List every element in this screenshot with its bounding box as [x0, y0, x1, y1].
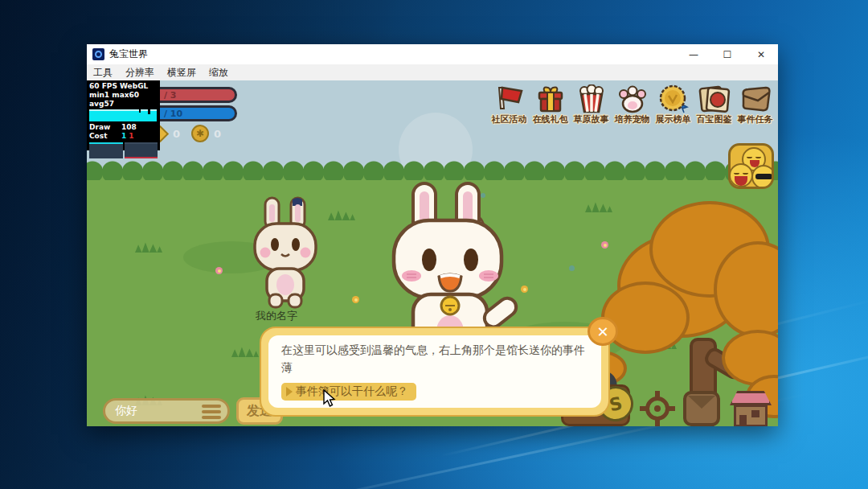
menu-zoom[interactable]: 缩放	[203, 64, 235, 80]
game-viewport: / 3 / 10 0 ✱ 0 60 FPS WebGL min1 max60 a…	[87, 80, 778, 426]
npc-rabbit[interactable]	[246, 195, 326, 314]
close-button[interactable]: ✕	[744, 44, 778, 64]
npc-name-label: 我的名字	[256, 309, 297, 323]
menu-tools[interactable]: 工具	[87, 64, 119, 80]
chat-bar: 你好 发送	[103, 397, 283, 425]
flower	[601, 241, 608, 249]
fps-debug-overlay: 60 FPS WebGL min1 max60 avg57 Draw 108 C…	[87, 80, 160, 150]
minimize-button[interactable]: —	[677, 44, 710, 64]
big-laugh-emoji-icon	[729, 163, 753, 187]
mail-button[interactable]	[683, 391, 720, 426]
house-icon	[730, 391, 772, 405]
maximize-button[interactable]: ☐	[710, 44, 744, 64]
speck	[569, 265, 575, 271]
chat-input[interactable]: 你好	[103, 398, 230, 424]
button-raise-pets[interactable]: 培养宠物	[612, 83, 653, 125]
debug-panel	[89, 142, 123, 158]
mouse-cursor	[321, 389, 338, 412]
cost-value-b: 1	[129, 132, 133, 141]
gift-icon	[534, 83, 567, 113]
fps-graph	[89, 109, 157, 121]
button-prairie-story[interactable]: 草原故事	[571, 83, 612, 125]
menu-resolution[interactable]: 分辨率	[119, 64, 161, 80]
draw-label: Draw	[89, 123, 121, 132]
energy-bar: / 3	[152, 87, 237, 103]
app-icon	[92, 48, 104, 60]
emoji-panel-button[interactable]	[728, 143, 774, 189]
dialog-panel: 在这里可以感受到温馨的气息，右上角那个是馆长送你的事件薄 事件簿可以干什么呢？	[268, 335, 601, 408]
option-arrow-icon	[286, 387, 293, 397]
draw-value: 108	[121, 123, 137, 132]
button-community-events[interactable]: 社区活动	[489, 83, 530, 125]
chat-menu-icon[interactable]	[202, 405, 221, 421]
button-collection[interactable]: 百宝图鉴	[694, 83, 735, 125]
dialog-close-button[interactable]: ✕	[588, 317, 618, 346]
feature-icon-row: 社区活动 在线礼包	[489, 83, 776, 125]
cards-icon	[698, 83, 731, 113]
flower	[215, 267, 223, 274]
button-event-tasks[interactable]: 事件任务	[735, 83, 776, 125]
menu-orientation[interactable]: 横竖屏	[161, 64, 203, 80]
gem-count: 0	[173, 128, 180, 140]
home-button[interactable]	[730, 391, 772, 426]
button-leaderboard[interactable]: 展示榜单	[653, 83, 694, 125]
medal-icon	[657, 83, 690, 113]
popcorn-icon	[575, 83, 608, 113]
window-title: 兔宝世界	[109, 47, 677, 61]
coin-icon: ✱	[191, 125, 209, 142]
cost-label: Cost	[89, 132, 121, 141]
button-online-gift[interactable]: 在线礼包	[530, 83, 571, 125]
paw-icon	[616, 83, 649, 113]
fps-minmax: min1 max60 avg57	[89, 91, 158, 109]
target-button[interactable]	[640, 391, 675, 426]
flower	[352, 296, 359, 303]
cost-value-a: 1	[121, 132, 126, 141]
dialog-option-button[interactable]: 事件簿可以干什么呢？	[281, 383, 416, 401]
bush-row	[87, 156, 778, 180]
satchel-icon	[739, 83, 772, 113]
menu-bar: 工具 分辨率 横竖屏 缩放	[87, 64, 778, 80]
sunglasses-emoji-icon	[751, 165, 774, 189]
dialog-text: 在这里可以感受到温馨的气息，右上角那个是馆长送你的事件薄	[281, 342, 588, 376]
fps-line: 60 FPS WebGL	[89, 82, 158, 91]
mana-bar: / 10	[152, 105, 237, 121]
chat-input-value: 你好	[115, 404, 137, 418]
title-bar[interactable]: 兔宝世界 — ☐ ✕	[87, 44, 778, 64]
debug-panel	[125, 142, 158, 158]
coin-count: 0	[214, 128, 221, 140]
game-window: 兔宝世界 — ☐ ✕ 工具 分辨率 横竖屏 缩放 / 3 / 10	[87, 44, 778, 426]
flag-icon	[493, 83, 526, 113]
dialog-box: 在这里可以感受到温馨的气息，右上角那个是馆长送你的事件薄 事件簿可以干什么呢？ …	[260, 327, 610, 417]
currency-row: 0 ✱ 0	[154, 125, 221, 142]
envelope-icon	[688, 396, 715, 409]
